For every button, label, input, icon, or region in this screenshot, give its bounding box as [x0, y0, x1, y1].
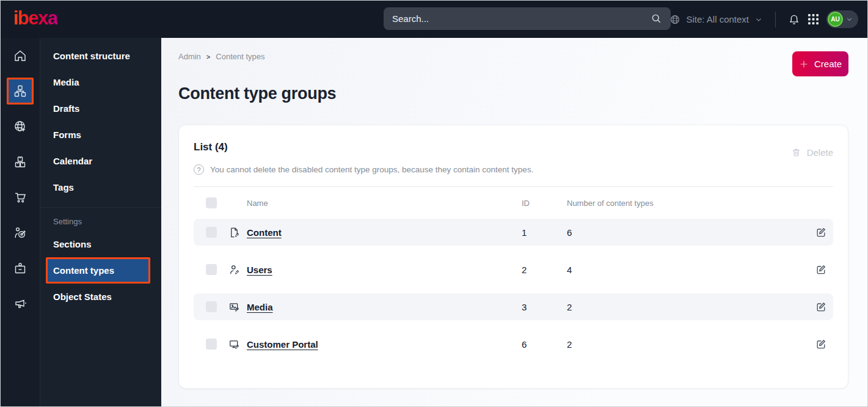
group-count: 2: [567, 339, 809, 350]
group-id: 3: [522, 302, 567, 312]
monitor-icon: [228, 339, 247, 350]
group-link[interactable]: Customer Portal: [247, 339, 522, 350]
search-icon[interactable]: [651, 13, 662, 24]
notifications-bell-icon[interactable]: [788, 13, 800, 26]
search-input[interactable]: [392, 13, 651, 24]
cart-icon: [13, 190, 27, 205]
global-search[interactable]: [384, 7, 671, 30]
user-menu-chevron-icon: [845, 15, 853, 23]
site-globe-cursor-icon: [13, 119, 27, 134]
group-count: 2: [567, 302, 809, 312]
sidebar-item-sections[interactable]: Sections: [40, 231, 161, 257]
file-icon: [228, 227, 247, 238]
rail-item-marketing[interactable]: [7, 290, 34, 317]
page-title: Content type groups: [178, 84, 336, 103]
badge-icon: [13, 261, 27, 276]
topbar-divider: [775, 12, 776, 28]
app-grid-icon[interactable]: [808, 14, 819, 24]
row-checkbox[interactable]: [206, 264, 217, 275]
menu-divider: [40, 207, 161, 208]
ibexa-admin-window: ibexa Site: All context: [0, 0, 868, 407]
group-count: 6: [567, 227, 809, 238]
top-bar: ibexa Site: All context: [1, 1, 867, 38]
sidebar-item-drafts[interactable]: Drafts: [40, 95, 161, 122]
table-row-customer-portal: Customer Portal 6 2: [194, 331, 833, 358]
question-circle-icon: ?: [194, 164, 204, 175]
edit-icon[interactable]: [814, 337, 828, 351]
edit-icon[interactable]: [814, 262, 828, 277]
content-type-groups-table: Name ID Number of content types: [194, 186, 833, 358]
content-structure-icon: [13, 84, 27, 98]
group-link[interactable]: Users: [247, 265, 522, 275]
edit-icon[interactable]: [814, 299, 828, 314]
row-checkbox[interactable]: [206, 227, 217, 238]
sidebar-item-content-types[interactable]: Content types: [46, 257, 150, 284]
sidebar-icon-rail: [1, 38, 40, 406]
group-id: 6: [522, 339, 567, 350]
table-header-row: Name ID Number of content types: [194, 187, 833, 219]
table-row-users: Users 2 4: [194, 256, 833, 283]
table-row-content: Content 1 6: [194, 219, 833, 246]
ibexa-logo[interactable]: ibexa: [13, 7, 57, 29]
avatar: AU: [828, 12, 843, 27]
megaphone-icon: [13, 296, 27, 311]
delete-button[interactable]: Delete: [791, 147, 833, 158]
sidebar-item-forms[interactable]: Forms: [40, 122, 161, 148]
create-button[interactable]: Create: [792, 51, 848, 76]
rail-item-product-catalog[interactable]: [7, 148, 34, 175]
delete-button-label: Delete: [807, 147, 833, 158]
topbar-right-group: Site: All context AU: [669, 1, 858, 38]
breadcrumb-admin[interactable]: Admin: [178, 52, 201, 61]
sidebar-item-tags[interactable]: Tags: [40, 174, 161, 200]
personalization-target-icon: [13, 226, 27, 240]
rail-item-content-structure[interactable]: [7, 78, 34, 105]
column-header-name: Name: [247, 199, 522, 208]
main-content: Admin > Content types Create Content typ…: [161, 38, 867, 406]
table-row-media: Media 3 2: [194, 293, 833, 320]
content-type-groups-panel: List (4) Delete ? You cannot delete the …: [178, 125, 848, 389]
create-button-label: Create: [814, 59, 842, 69]
plus-icon: [799, 59, 809, 69]
group-count: 4: [567, 265, 809, 275]
breadcrumb-current: Content types: [216, 52, 264, 61]
product-boxes-icon: [13, 155, 27, 169]
row-checkbox[interactable]: [206, 339, 217, 350]
settings-heading: Settings: [40, 211, 161, 231]
sidebar-menu: Content structure Media Drafts Forms Cal…: [40, 38, 161, 406]
help-text: You cannot delete the disabled content t…: [210, 165, 533, 174]
breadcrumb-separator: >: [206, 53, 210, 61]
panel-header: List (4) Delete: [194, 141, 833, 158]
rail-item-personalization[interactable]: [7, 219, 34, 246]
site-context-label: Site: All context: [686, 14, 749, 24]
row-checkbox[interactable]: [206, 301, 217, 312]
chevron-down-icon: [754, 15, 763, 24]
sidebar-item-media[interactable]: Media: [40, 69, 161, 95]
group-link[interactable]: Media: [247, 302, 522, 312]
rail-item-home[interactable]: [7, 42, 34, 69]
user-icon: [228, 264, 247, 276]
rail-item-commerce[interactable]: [7, 184, 34, 211]
trash-icon: [791, 147, 801, 158]
table-body: Content 1 6: [194, 219, 833, 358]
select-all-checkbox[interactable]: [206, 197, 217, 208]
column-header-id: ID: [522, 199, 567, 208]
home-icon: [13, 48, 27, 63]
column-header-count: Number of content types: [567, 199, 809, 208]
rail-item-admin[interactable]: [7, 255, 34, 282]
breadcrumb: Admin > Content types: [178, 52, 265, 61]
sidebar-item-calendar[interactable]: Calendar: [40, 148, 161, 174]
rail-item-site[interactable]: [7, 113, 34, 140]
user-menu[interactable]: AU: [826, 10, 858, 28]
sidebar-item-object-states[interactable]: Object States: [40, 284, 161, 310]
globe-icon: [669, 14, 680, 25]
image-icon: [228, 301, 247, 313]
help-line: ? You cannot delete the disabled content…: [194, 164, 833, 175]
group-link[interactable]: Content: [247, 227, 522, 238]
group-id: 2: [522, 265, 567, 275]
site-context-selector[interactable]: Site: All context: [669, 14, 763, 25]
edit-icon[interactable]: [814, 225, 828, 240]
group-id: 1: [522, 227, 567, 238]
sidebar-item-content-structure[interactable]: Content structure: [40, 43, 161, 69]
list-title: List (4): [194, 141, 228, 153]
